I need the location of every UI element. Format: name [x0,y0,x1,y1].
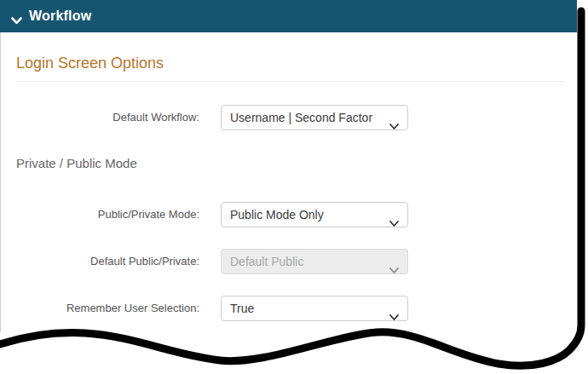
form-row-public-private-mode: Public/Private Mode: Public Mode Only [1,202,578,227]
form-row-default-public-private: Default Public/Private: Default Public [1,249,578,274]
default-public-private-select: Default Public [221,249,408,274]
public-private-mode-value: Public Mode Only [230,208,324,222]
chevron-down-icon [389,114,399,121]
remember-user-selection-select[interactable]: True [221,296,408,321]
default-public-private-value: Default Public [230,255,303,268]
section-heading: Login Screen Options [16,55,564,82]
form-row-remember-user-selection: Remember User Selection: True [1,296,578,321]
chevron-down-icon [389,305,399,312]
default-workflow-value: Username | Second Factor [230,111,372,124]
public-private-mode-select[interactable]: Public Mode Only [221,202,408,227]
form-row-default-workflow: Default Workflow: Username | Second Fact… [1,105,578,130]
default-public-private-label: Default Public/Private: [1,249,199,274]
public-private-mode-label: Public/Private Mode: [1,202,199,227]
remember-user-selection-value: True [230,302,254,315]
workflow-settings-panel: Workflow Login Screen Options Default Wo… [0,0,588,374]
chevron-down-icon [11,13,22,20]
default-workflow-label: Default Workflow: [1,105,199,130]
subsection-label: Private / Public Mode [16,156,137,170]
remember-user-selection-label: Remember User Selection: [1,296,199,321]
panel-body: Login Screen Options Default Workflow: U… [0,32,577,332]
workflow-section-header[interactable]: Workflow [0,0,577,32]
chevron-down-icon [389,211,399,218]
chevron-down-icon [389,258,399,265]
panel-title: Workflow [29,9,91,24]
default-workflow-select[interactable]: Username | Second Factor [221,105,408,130]
